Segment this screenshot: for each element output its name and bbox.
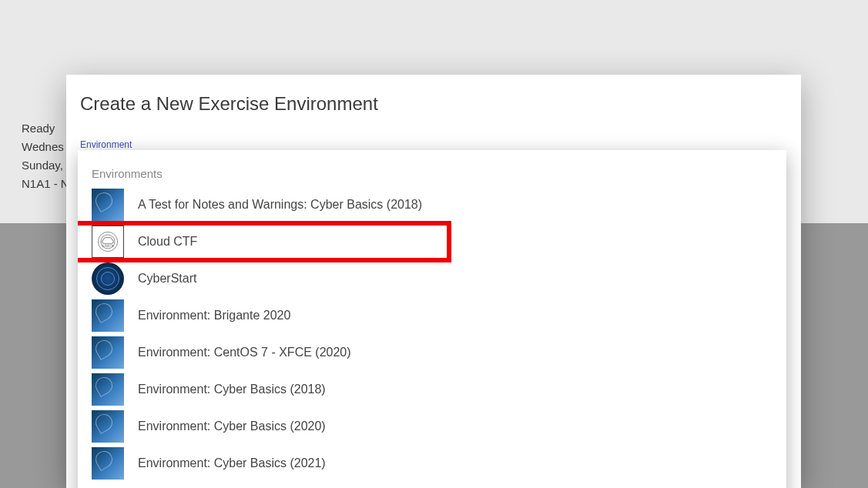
environment-option[interactable]: CLOUD CTFCloud CTF: [78, 223, 786, 260]
bg-line: Ready: [22, 119, 69, 138]
cyber-thumbnail-icon: [92, 262, 124, 295]
environment-dropdown: Environments A Test for Notes and Warnin…: [78, 150, 786, 488]
kali-thumbnail-icon: [92, 299, 124, 332]
environment-option-label: Environment: Cyber Basics (2021): [138, 456, 326, 470]
environment-option-label: Environment: Brigante 2020: [138, 309, 290, 323]
kali-thumbnail-icon: [92, 410, 124, 443]
bg-line: Wednes: [22, 138, 69, 156]
bg-line: Sunday,: [22, 156, 69, 175]
kali-thumbnail-icon: [92, 447, 124, 480]
cloud-thumbnail-icon: CLOUD CTF: [92, 226, 124, 258]
create-environment-modal: Create a New Exercise Environment Enviro…: [66, 75, 801, 488]
environment-option-label: Environment: Cyber Basics (2020): [138, 419, 326, 433]
environment-option-label: CyberStart: [138, 272, 196, 286]
environment-option-label: Environment: Cyber Basics (2018): [138, 383, 326, 396]
environment-list: A Test for Notes and Warnings: Cyber Bas…: [78, 186, 786, 482]
environment-field-label: Environment: [80, 139, 132, 150]
environment-option[interactable]: Environment: Cyber Basics (2021): [78, 445, 786, 482]
environment-option[interactable]: A Test for Notes and Warnings: Cyber Bas…: [78, 186, 786, 223]
environment-option-label: A Test for Notes and Warnings: Cyber Bas…: [138, 198, 422, 212]
environment-option[interactable]: Environment: CentOS 7 - XFCE (2020): [78, 334, 786, 371]
background-text: Ready Wednes Sunday, N1A1 - N: [22, 119, 69, 193]
environment-dropdown-scroll[interactable]: Environments A Test for Notes and Warnin…: [78, 150, 786, 488]
dropdown-group-header: Environments: [78, 150, 786, 186]
environment-option[interactable]: CyberStart: [78, 260, 786, 297]
environment-option[interactable]: Environment: Cyber Basics (2020): [78, 408, 786, 445]
highlight-annotation: [78, 221, 451, 262]
kali-thumbnail-icon: [92, 336, 124, 369]
environment-option[interactable]: Environment: Cyber Basics (2018): [78, 371, 786, 408]
modal-title: Create a New Exercise Environment: [66, 75, 801, 115]
kali-thumbnail-icon: [92, 373, 124, 406]
scroll-spacer: [78, 482, 786, 488]
svg-text:CLOUD CTF: CLOUD CTF: [102, 245, 114, 248]
bg-line: N1A1 - N: [22, 175, 69, 193]
kali-thumbnail-icon: [92, 189, 124, 221]
environment-option-label: Environment: CentOS 7 - XFCE (2020): [138, 346, 351, 359]
environment-option-label: Cloud CTF: [138, 235, 197, 249]
environment-option[interactable]: Environment: Brigante 2020: [78, 297, 786, 334]
